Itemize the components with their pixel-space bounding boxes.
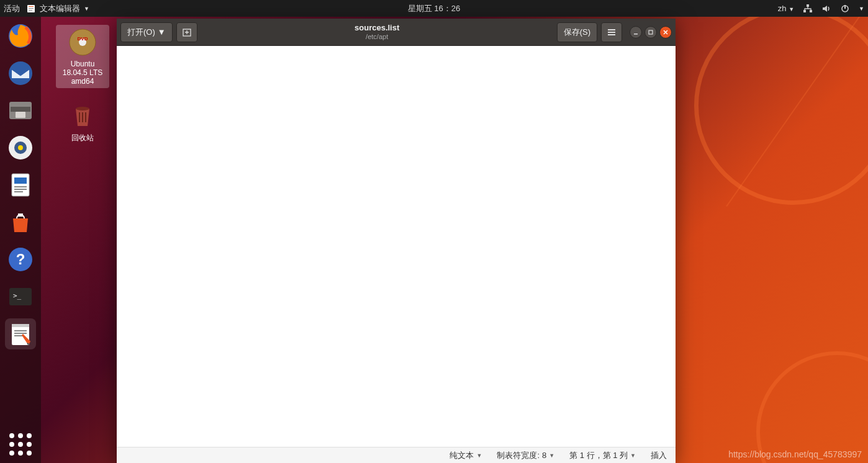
activities-button[interactable]: 活动: [4, 3, 20, 14]
launcher-dock: ? >_: [0, 17, 41, 463]
svg-point-37: [76, 107, 89, 110]
svg-rect-30: [14, 330, 27, 331]
svg-text:?: ?: [16, 251, 25, 267]
chevron-down-icon: ▼: [789, 6, 794, 12]
svg-rect-6: [810, 10, 812, 12]
gedit-menu-icon: [26, 4, 36, 14]
svg-rect-2: [29, 8, 34, 9]
top-bar: 活动 文本编辑器 ▼ 星期五 16：26 zh ▼ ▼: [0, 0, 868, 17]
chevron-down-icon: ▼: [630, 452, 636, 459]
svg-rect-40: [85, 112, 86, 122]
dock-app-thunderbird[interactable]: [5, 58, 36, 89]
filepath: /etc/apt: [201, 33, 553, 41]
svg-rect-38: [79, 112, 80, 122]
insert-mode[interactable]: 插入: [651, 450, 667, 461]
save-button[interactable]: 保存(S): [557, 22, 597, 42]
svg-rect-19: [14, 178, 27, 184]
filename: sources.list: [201, 23, 553, 33]
dock-app-files[interactable]: [5, 95, 36, 126]
dock-app-writer[interactable]: [5, 169, 36, 200]
svg-text:DVD: DVD: [78, 36, 88, 42]
minimize-button[interactable]: [630, 26, 642, 38]
svg-rect-1: [29, 6, 34, 7]
gedit-headerbar: 打开(O) ▼ sources.list /etc/apt 保存(S): [117, 19, 676, 46]
svg-text:>_: >_: [13, 292, 22, 300]
desktop-icons: DVD Ubuntu 18.04.5 LTS amd64 回收站: [56, 25, 109, 143]
clock[interactable]: 星期五 16：26: [408, 3, 461, 14]
app-menu-label: 文本编辑器: [40, 3, 80, 14]
desktop-icon-label: 回收站: [56, 133, 109, 143]
svg-rect-20: [14, 186, 27, 187]
desktop-icon-trash[interactable]: 回收站: [56, 101, 109, 143]
desktop-icon-label: Ubuntu 18.04.5 LTS amd64: [57, 60, 108, 86]
dock-app-help[interactable]: ?: [5, 244, 36, 275]
svg-rect-8: [844, 5, 846, 9]
text-area[interactable]: [117, 46, 676, 447]
status-bar: 纯文本 ▼ 制表符宽度: 8 ▼ 第 1 行，第 1 列 ▼ 插入: [117, 447, 676, 463]
svg-rect-31: [14, 333, 27, 334]
svg-rect-43: [608, 32, 615, 33]
svg-rect-17: [12, 174, 29, 196]
svg-rect-13: [16, 112, 25, 118]
cursor-position[interactable]: 第 1 行，第 1 列 ▼: [569, 450, 636, 461]
svg-rect-23: [18, 214, 23, 217]
svg-point-16: [18, 145, 23, 150]
window-controls: [630, 26, 672, 38]
svg-rect-12: [11, 107, 30, 112]
close-button[interactable]: [659, 26, 672, 38]
chevron-down-icon: ▼: [84, 6, 89, 12]
hamburger-menu-button[interactable]: [601, 22, 622, 42]
app-menu[interactable]: 文本编辑器 ▼: [26, 3, 89, 14]
watermark: https://blog.csdn.net/qq_45783997: [728, 449, 862, 459]
svg-rect-22: [14, 191, 23, 192]
dock-app-firefox[interactable]: [5, 20, 36, 52]
svg-rect-42: [608, 29, 615, 30]
chevron-down-icon: ▼: [859, 6, 864, 12]
volume-icon[interactable]: [821, 4, 831, 14]
svg-rect-39: [82, 112, 83, 122]
wallpaper-decoration-2: [756, 351, 868, 463]
chevron-down-icon: ▼: [549, 452, 554, 459]
input-language[interactable]: zh ▼: [778, 4, 794, 13]
power-icon[interactable]: [840, 4, 850, 14]
show-applications-button[interactable]: [9, 433, 32, 456]
open-button[interactable]: 打开(O) ▼: [120, 22, 173, 42]
dock-app-software[interactable]: [5, 207, 36, 238]
syntax-selector[interactable]: 纯文本 ▼: [450, 450, 482, 461]
svg-rect-21: [14, 189, 27, 190]
svg-rect-5: [803, 10, 806, 12]
chevron-down-icon: ▼: [476, 452, 482, 459]
trash-icon: [68, 101, 97, 130]
tabwidth-selector[interactable]: 制表符宽度: 8 ▼: [497, 450, 554, 461]
svg-rect-29: [12, 324, 29, 327]
svg-rect-32: [14, 335, 23, 336]
wallpaper-decoration: [694, 6, 868, 205]
chevron-down-icon: ▼: [158, 27, 166, 37]
dock-app-rhythmbox[interactable]: [5, 132, 36, 163]
network-icon[interactable]: [803, 4, 813, 14]
dock-app-gedit[interactable]: [5, 318, 36, 349]
maximize-button[interactable]: [644, 26, 657, 38]
svg-rect-44: [608, 34, 615, 35]
window-title: sources.list /etc/apt: [201, 23, 553, 41]
desktop-icon-dvd[interactable]: DVD Ubuntu 18.04.5 LTS amd64: [56, 25, 109, 88]
svg-rect-4: [807, 4, 809, 7]
dock-app-terminal[interactable]: >_: [5, 281, 36, 312]
svg-rect-46: [649, 30, 653, 34]
dvd-icon: DVD: [68, 27, 97, 57]
new-tab-button[interactable]: [176, 22, 197, 42]
svg-rect-3: [29, 10, 32, 11]
gedit-window: 打开(O) ▼ sources.list /etc/apt 保存(S): [117, 19, 676, 463]
svg-rect-45: [634, 34, 638, 35]
